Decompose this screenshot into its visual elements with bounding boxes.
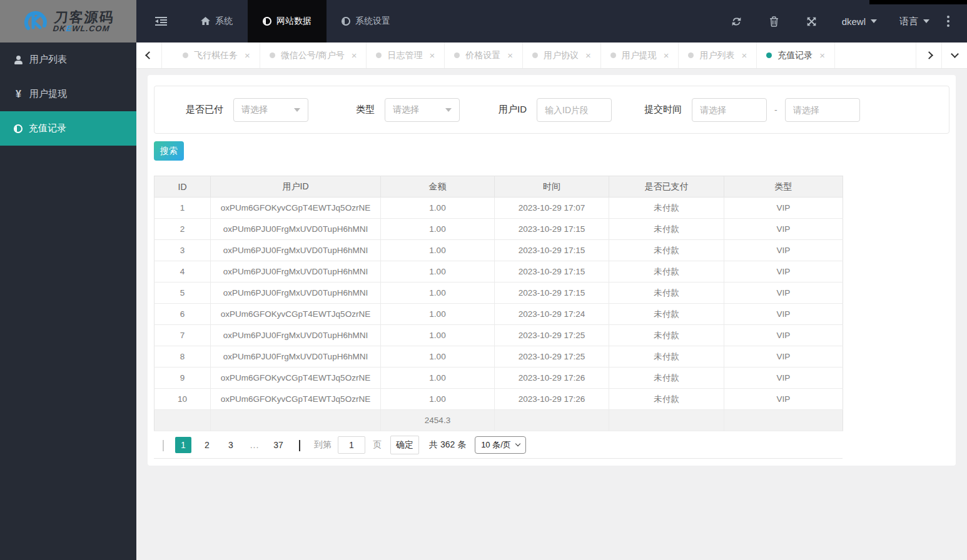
tab[interactable]: 飞行棋任务 × [173,42,260,68]
cell-paid: 未付款 [609,198,724,219]
cell-id: 7 [154,325,211,346]
chevron-right-icon [299,440,300,451]
cell-amount: 1.00 [381,346,495,368]
chevron-down-icon [923,19,929,23]
tab-close-icon[interactable]: × [741,50,747,61]
cell-type: VIP [724,325,843,346]
cell-amount: 1.00 [381,198,495,219]
fullscreen-button[interactable] [792,0,831,42]
type-select[interactable]: 请选择 [385,98,460,122]
cell-amount: 1.00 [381,325,495,346]
user-menu[interactable]: dkewl [831,0,888,42]
chevron-down-icon [871,19,877,23]
cell-time: 2023-10-29 17:25 [495,346,609,368]
tab-close-icon[interactable]: × [352,50,357,61]
sidebar-item-user-withdraw[interactable]: ¥ 用户提现 [0,77,136,111]
user-id-input[interactable] [537,98,612,122]
nav-item-system[interactable]: 系统 [186,0,248,42]
tab[interactable]: 用户提现 × [601,42,679,68]
tab-dot-icon [454,52,460,58]
expand-arrows-icon [806,16,817,27]
cell-type: VIP [724,240,843,261]
cell-paid: 未付款 [609,346,724,368]
tab-close-icon[interactable]: × [507,50,513,61]
paid-status-select[interactable]: 请选择 [233,98,308,122]
cell-id: 10 [154,389,211,410]
total-count-label: 共 362 条 [429,439,466,451]
tab-close-icon[interactable]: × [245,50,250,61]
tab[interactable]: 价格设置 × [445,42,523,68]
page-number-button[interactable]: 37 [270,437,286,453]
language-menu[interactable]: 语言 [888,0,941,42]
time-to-input[interactable] [785,98,860,122]
time-from-input[interactable] [692,98,767,122]
prev-page-button[interactable] [154,440,171,450]
cell-userid: oxPUm6PJU0FrgMxUVD0TupH6hMNI [211,282,381,304]
refresh-icon [731,16,742,27]
tabs-menu-button[interactable] [941,42,967,68]
tabs-scroll-left-button[interactable] [136,42,162,68]
col-header-id: ID [154,176,211,198]
tab-dot-icon [183,52,188,58]
tab[interactable]: 用户协议 × [523,42,601,68]
adjust-icon [14,124,23,133]
tabs-scroll-right-button[interactable] [916,42,941,68]
confirm-button[interactable]: 确定 [390,436,419,454]
home-icon [201,17,210,26]
tab-close-icon[interactable]: × [585,50,591,61]
filter-time-label: 提交时间 [644,104,682,116]
cell-type: VIP [724,346,843,368]
more-options-button[interactable] [941,16,958,27]
nav-item-settings[interactable]: 系统设置 [327,0,405,42]
nav-item-site-data[interactable]: 网站数据 [248,0,327,42]
tab[interactable]: 日志管理 × [367,42,445,68]
tab[interactable]: 微信公号/商户号 × [260,42,367,68]
tab-dot-icon [610,52,616,58]
page-number-button[interactable]: 3 [223,437,239,453]
filter-paid-label: 是否已付 [186,104,223,116]
logo-swoosh-icon [23,8,50,35]
recharge-records-table: ID 用户ID 金额 时间 是否已支付 类型 1 oxPUm6GFOKyvCGp… [154,176,843,431]
goto-page-input[interactable] [338,436,365,454]
cell-type: VIP [724,368,843,389]
sidebar-toggle-button[interactable] [136,0,186,42]
cell-type: VIP [724,219,843,240]
tab-label: 用户提现 [622,50,657,61]
pagination-bar: 1 2 3 ... 37 到第 页 确定 共 362 条 10 条/页 [154,431,843,459]
cell-time: 2023-10-29 17:26 [495,389,609,410]
clear-cache-button[interactable] [756,0,792,42]
cell-userid: oxPUm6PJU0FrgMxUVD0TupH6hMNI [211,219,381,240]
tab-close-icon[interactable]: × [819,50,825,61]
cell-id: 9 [154,368,211,389]
language-label: 语言 [899,16,918,28]
summary-amount: 2454.3 [381,410,495,431]
cell-paid: 未付款 [609,304,724,325]
sidebar: 用户列表 ¥ 用户提现 充值记录 [0,42,136,560]
filter-bar: 是否已付 请选择 类型 请选择 用户ID 提交时间 - [154,86,949,134]
tab[interactable]: 用户列表 × [679,42,757,68]
table-row: 3 oxPUm6PJU0FrgMxUVD0TupH6hMNI 1.00 2023… [154,240,843,261]
page-number-button[interactable]: 1 [175,437,191,453]
col-header-amount: 金额 [381,176,495,198]
content-card: 是否已付 请选择 类型 请选择 用户ID 提交时间 - 搜索 [148,75,956,466]
search-button[interactable]: 搜索 [154,141,184,161]
tab-dot-icon [376,52,382,58]
tab[interactable]: 充值记录 × [757,42,835,68]
sidebar-item-user-list[interactable]: 用户列表 [0,42,136,77]
chevron-right-icon [925,51,933,59]
refresh-button[interactable] [717,0,756,42]
page-number-button[interactable]: 2 [199,437,215,453]
cell-amount: 1.00 [381,282,495,304]
next-page-button[interactable] [290,440,309,450]
cell-userid: oxPUm6GFOKyvCGpT4EWTJq5OzrNE [211,389,381,410]
page-number-button[interactable]: ... [246,437,263,453]
cell-userid: oxPUm6GFOKyvCGpT4EWTJq5OzrNE [211,198,381,219]
cell-time: 2023-10-29 17:15 [495,240,609,261]
col-header-time: 时间 [495,176,609,198]
tab-close-icon[interactable]: × [429,50,435,61]
sidebar-item-recharge-records[interactable]: 充值记录 [0,111,136,146]
page-size-select[interactable]: 10 条/页 [475,436,526,454]
tab-close-icon[interactable]: × [664,50,669,61]
cell-paid: 未付款 [609,261,724,282]
open-tabs-bar: 飞行棋任务 × 微信公号/商户号 × 日志管理 × 价格设置 × [136,42,967,69]
